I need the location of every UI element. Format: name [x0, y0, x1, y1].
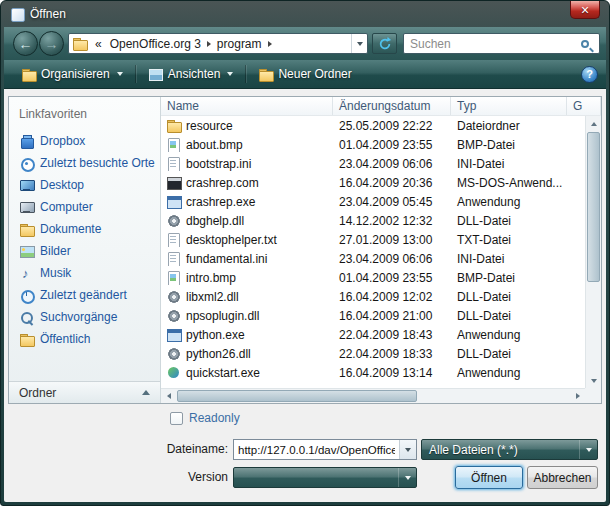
- cancel-button[interactable]: Abbrechen: [527, 466, 598, 489]
- address-dropdown-button[interactable]: [351, 34, 367, 53]
- version-dropdown-button[interactable]: [398, 468, 416, 487]
- views-button[interactable]: Ansichten: [139, 63, 243, 85]
- column-header-date[interactable]: Änderungsdatum: [333, 97, 451, 115]
- file-type: TXT-Datei: [451, 233, 567, 247]
- dll-icon: [166, 308, 181, 323]
- horizontal-scrollbar[interactable]: [161, 388, 585, 403]
- back-button[interactable]: [13, 31, 38, 56]
- triangle-right-icon: [576, 393, 580, 399]
- sidebar-item[interactable]: Zuletzt besuchte Orte: [9, 152, 160, 174]
- file-date: 22.04.2009 18:33: [333, 347, 451, 361]
- file-date: 14.12.2002 12:32: [333, 214, 451, 228]
- file-name: desktophelper.txt: [186, 233, 277, 247]
- quickstart-icon: [166, 365, 181, 380]
- question-mark-icon: [586, 67, 593, 81]
- forward-arrow-icon: [45, 37, 59, 51]
- file-date: 23.04.2009 05:45: [333, 195, 451, 209]
- refresh-button[interactable]: [372, 33, 397, 54]
- chevron-down-icon: [117, 72, 123, 76]
- filetype-dropdown-button[interactable]: [579, 440, 597, 459]
- titlebar[interactable]: Öffnen: [4, 1, 606, 27]
- sidebar-item[interactable]: Bilder: [9, 240, 160, 262]
- file-type: BMP-Datei: [451, 271, 567, 285]
- file-row[interactable]: python26.dll 22.04.2009 18:33 DLL-Datei: [161, 344, 585, 363]
- sidebar-item[interactable]: Zuletzt geändert: [9, 284, 160, 306]
- file-row[interactable]: crashrep.com 16.04.2009 20:36 MS-DOS-Anw…: [161, 173, 585, 192]
- file-type: Anwendung: [451, 366, 567, 380]
- bmp-icon: [166, 270, 181, 285]
- file-name: python.exe: [186, 328, 245, 342]
- file-type: DLL-Datei: [451, 347, 567, 361]
- open-button[interactable]: Öffnen: [455, 466, 523, 489]
- file-row[interactable]: crashrep.exe 23.04.2009 05:45 Anwendung: [161, 192, 585, 211]
- views-icon: [148, 67, 163, 82]
- breadcrumb-item-program[interactable]: program: [213, 37, 266, 51]
- file-type: BMP-Datei: [451, 138, 567, 152]
- horizontal-scroll-thumb[interactable]: [177, 390, 417, 402]
- filename-dropdown-button[interactable]: [399, 440, 416, 459]
- column-header-size[interactable]: G: [567, 97, 601, 115]
- sidebar-item[interactable]: Computer: [9, 196, 160, 218]
- file-rows: resource 25.05.2009 22:22 Dateiordner ab…: [161, 116, 585, 388]
- file-row[interactable]: dbghelp.dll 14.12.2002 12:32 DLL-Datei: [161, 211, 585, 230]
- column-header-name[interactable]: Name: [161, 97, 333, 115]
- dll-icon: [166, 289, 181, 304]
- scroll-left-button[interactable]: [161, 389, 176, 403]
- file-row[interactable]: desktophelper.txt 27.01.2009 13:00 TXT-D…: [161, 230, 585, 249]
- filetype-combobox[interactable]: Alle Dateien (*.*): [421, 439, 598, 460]
- file-date: 16.04.2009 13:14: [333, 366, 451, 380]
- vertical-scrollbar[interactable]: [585, 116, 601, 388]
- breadcrumb-separator-icon[interactable]: [207, 41, 211, 47]
- search-icon[interactable]: [581, 40, 589, 48]
- folders-expander[interactable]: Ordner: [9, 381, 160, 403]
- close-button[interactable]: [570, 1, 600, 19]
- breadcrumb-overflow[interactable]: «: [91, 37, 106, 51]
- ini-icon: [166, 251, 181, 266]
- chevron-down-icon: [405, 448, 411, 452]
- file-row[interactable]: bootstrap.ini 23.04.2009 06:06 INI-Datei: [161, 154, 585, 173]
- file-row[interactable]: libxml2.dll 16.04.2009 12:02 DLL-Datei: [161, 287, 585, 306]
- filename-combobox[interactable]: [233, 439, 417, 460]
- file-row[interactable]: resource 25.05.2009 22:22 Dateiordner: [161, 116, 585, 135]
- sidebar-items: Dropbox Zuletzt besuchte Orte Desktop Co…: [9, 130, 160, 350]
- breadcrumb-item-openoffice[interactable]: OpenOffice.org 3: [106, 37, 205, 51]
- forward-button[interactable]: [39, 31, 64, 56]
- file-type: Dateiordner: [451, 119, 567, 133]
- sidebar-item[interactable]: Suchvorgänge: [9, 306, 160, 328]
- sidebar-item[interactable]: Öffentlich: [9, 328, 160, 350]
- help-button[interactable]: [581, 66, 598, 83]
- scroll-down-button[interactable]: [586, 373, 601, 388]
- readonly-checkbox[interactable]: [170, 412, 183, 425]
- file-name: crashrep.exe: [186, 195, 255, 209]
- sidebar-item[interactable]: Dokumente: [9, 218, 160, 240]
- dll-icon: [166, 346, 181, 361]
- file-name: quickstart.exe: [186, 366, 260, 380]
- exe-icon: [166, 194, 181, 209]
- column-header-type[interactable]: Typ: [451, 97, 567, 115]
- filename-input[interactable]: [234, 444, 399, 456]
- scroll-right-button[interactable]: [570, 389, 585, 403]
- breadcrumb-separator-icon[interactable]: [268, 41, 272, 47]
- computer-icon: [19, 200, 34, 215]
- file-row[interactable]: npsoplugin.dll 16.04.2009 21:00 DLL-Date…: [161, 306, 585, 325]
- file-row[interactable]: quickstart.exe 16.04.2009 13:14 Anwendun…: [161, 363, 585, 382]
- file-row[interactable]: about.bmp 01.04.2009 23:55 BMP-Datei: [161, 135, 585, 154]
- vertical-scroll-thumb[interactable]: [587, 132, 600, 282]
- searches-icon: [19, 310, 34, 325]
- address-bar[interactable]: « OpenOffice.org 3 program: [68, 33, 368, 54]
- file-name: crashrep.com: [186, 176, 259, 190]
- sidebar-item[interactable]: Desktop: [9, 174, 160, 196]
- scroll-up-button[interactable]: [586, 116, 601, 131]
- new-folder-button[interactable]: Neuer Ordner: [249, 63, 360, 85]
- sidebar-item[interactable]: Musik: [9, 262, 160, 284]
- file-row[interactable]: fundamental.ini 23.04.2009 06:06 INI-Dat…: [161, 249, 585, 268]
- file-row[interactable]: intro.bmp 01.04.2009 23:55 BMP-Datei: [161, 268, 585, 287]
- file-type: DLL-Datei: [451, 214, 567, 228]
- version-combobox[interactable]: [233, 467, 417, 488]
- chevron-down-icon: [227, 72, 233, 76]
- toolbar-separator: [245, 65, 246, 83]
- organize-button[interactable]: Organisieren: [12, 63, 132, 85]
- search-input[interactable]: [404, 37, 581, 51]
- file-row[interactable]: python.exe 22.04.2009 18:43 Anwendung: [161, 325, 585, 344]
- sidebar-item[interactable]: Dropbox: [9, 130, 160, 152]
